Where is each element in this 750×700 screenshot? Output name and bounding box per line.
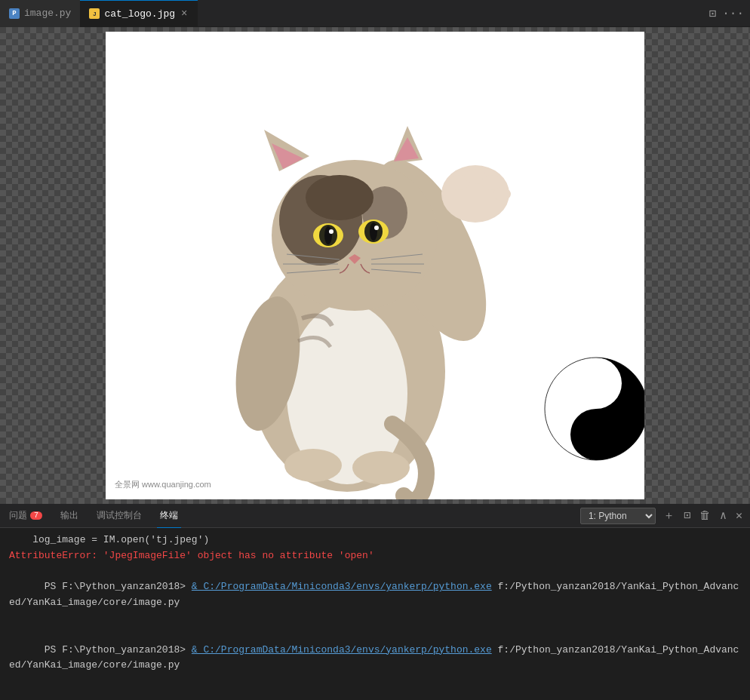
image-viewport: 全景网 www.quanjing.com [0, 27, 750, 504]
main-content: 全景网 www.quanjing.com [0, 27, 750, 504]
cat-image: 全景网 www.quanjing.com [106, 32, 644, 499]
panel-tab-right-controls: 1: Python ＋ ⊡ 🗑 ∧ ✕ [580, 507, 744, 524]
terminal-line-4: PS F:\Python_yanzan2018> & C:/ProgramDat… [9, 627, 741, 689]
terminal-selector[interactable]: 1: Python [580, 508, 656, 524]
debug-console-label: 调试控制台 [97, 509, 142, 522]
tab-cat-logo-label: cat_logo.jpg [104, 8, 175, 20]
problems-badge: 7 [30, 511, 42, 520]
trash-icon[interactable]: 🗑 [698, 508, 712, 524]
tab-image-py[interactable]: P image.py [0, 0, 80, 27]
svg-point-13 [306, 175, 373, 220]
svg-point-24 [370, 223, 377, 241]
tab-cat-logo-jpg[interactable]: J cat_logo.jpg × [80, 0, 198, 27]
bottom-panel: 问题 7 输出 调试控制台 终端 1: Python ＋ ⊡ 🗑 ∧ ✕ log… [0, 504, 750, 700]
svg-point-37 [588, 375, 604, 391]
path-link-3[interactable]: & C:/ProgramData/Miniconda3/envs/yankerp… [192, 581, 492, 592]
svg-point-21 [329, 229, 334, 234]
tab-bar-actions: ⊡ ··· [709, 6, 750, 21]
panel-tab-terminal[interactable]: 终端 [157, 504, 181, 528]
tab-close-button[interactable]: × [180, 8, 189, 20]
split-editor-icon[interactable]: ⊡ [709, 6, 717, 21]
image-container: 全景网 www.quanjing.com [106, 32, 644, 499]
svg-point-20 [324, 226, 332, 244]
split-terminal-icon[interactable]: ⊡ [682, 507, 692, 524]
svg-point-33 [284, 449, 342, 482]
svg-point-25 [374, 226, 379, 230]
svg-point-8 [493, 187, 511, 201]
more-actions-icon[interactable]: ··· [722, 7, 744, 20]
add-terminal-icon[interactable]: ＋ [662, 507, 676, 524]
panel-tab-debug-console[interactable]: 调试控制台 [94, 504, 145, 528]
terminal-line-5: PS F:\Python_yanzan2018> & C:/ProgramDat… [9, 689, 741, 700]
tab-bar: P image.py J cat_logo.jpg × ⊡ ··· [0, 0, 750, 27]
problems-label: 问题 [9, 509, 27, 522]
jpg-file-icon: J [89, 8, 100, 19]
panel-tab-output[interactable]: 输出 [57, 504, 81, 528]
tab-image-py-label: image.py [24, 8, 71, 19]
panel-tab-bar: 问题 7 输出 调试控制台 终端 1: Python ＋ ⊡ 🗑 ∧ ✕ [0, 504, 750, 528]
chevron-up-icon[interactable]: ∧ [718, 507, 728, 524]
terminal-line-3: PS F:\Python_yanzan2018> & C:/ProgramDat… [9, 564, 741, 627]
panel-tab-problems[interactable]: 问题 7 [6, 504, 45, 528]
terminal-line-2: AttributeError: 'JpegImageFile' object h… [9, 548, 741, 564]
terminal-label: 终端 [160, 509, 178, 522]
python-file-icon: P [9, 8, 20, 19]
prompt-3: PS F:\Python_yanzan2018> [45, 581, 192, 592]
output-label: 输出 [60, 509, 78, 522]
image-watermark: 全景网 www.quanjing.com [115, 479, 211, 490]
path-link-4[interactable]: & C:/ProgramData/Miniconda3/envs/yankerp… [192, 644, 492, 655]
terminal-content: log_image = IM.open('tj.jpeg') Attribute… [0, 528, 750, 700]
terminal-line-1: log_image = IM.open('tj.jpeg') [9, 533, 741, 548]
close-panel-icon[interactable]: ✕ [734, 507, 744, 524]
svg-point-36 [588, 426, 604, 443]
prompt-4: PS F:\Python_yanzan2018> [45, 644, 192, 655]
svg-point-34 [352, 451, 410, 484]
